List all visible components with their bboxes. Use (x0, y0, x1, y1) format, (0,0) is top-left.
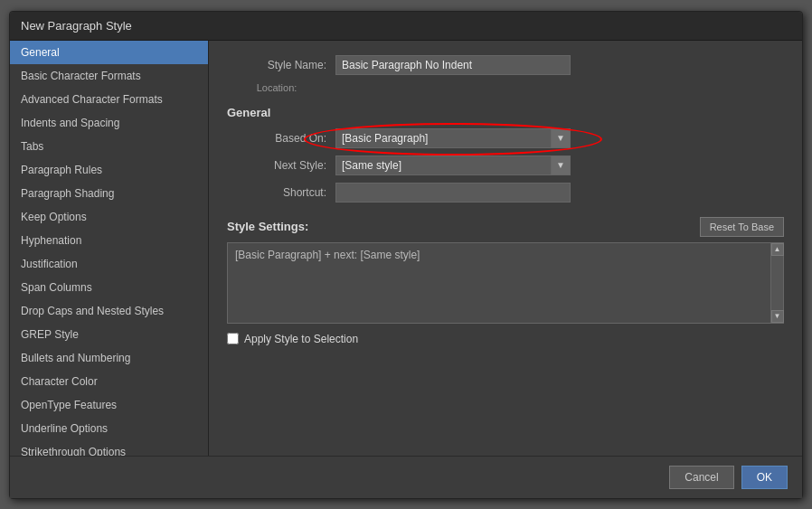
dialog-title-bar: New Paragraph Style (10, 12, 802, 41)
ok-button[interactable]: OK (741, 466, 788, 489)
apply-style-row: Apply Style to Selection (227, 333, 784, 345)
sidebar-item-indents-and-spacing[interactable]: Indents and Spacing (10, 111, 208, 135)
shortcut-input[interactable] (335, 183, 571, 203)
location-row: Location: (227, 82, 784, 93)
style-name-label: Style Name: (227, 59, 326, 71)
sidebar-item-hyphenation[interactable]: Hyphenation (10, 229, 208, 252)
style-settings-box: [Basic Paragraph] + next: [Same style] ▲… (227, 242, 784, 324)
shortcut-row: Shortcut: (227, 183, 784, 203)
sidebar-item-justification[interactable]: Justification (10, 252, 208, 276)
sidebar-item-paragraph-rules[interactable]: Paragraph Rules (10, 158, 208, 182)
sidebar-item-span-columns[interactable]: Span Columns (10, 276, 208, 299)
sidebar-item-grep-style[interactable]: GREP Style (10, 323, 208, 346)
cancel-button[interactable]: Cancel (669, 466, 733, 489)
style-settings-header: Style Settings: Reset To Base (227, 217, 784, 237)
sidebar-item-tabs[interactable]: Tabs (10, 135, 208, 158)
next-style-row: Next Style: [Same style] [Basic Paragrap… (227, 156, 784, 175)
based-on-select[interactable]: [Basic Paragraph] [No Paragraph Style] N… (335, 128, 571, 148)
sidebar-item-basic-character-formats[interactable]: Basic Character Formats (10, 64, 208, 88)
apply-style-checkbox[interactable] (227, 333, 239, 344)
sidebar-item-drop-caps-and-nested-styles[interactable]: Drop Caps and Nested Styles (10, 299, 208, 323)
apply-style-label: Apply Style to Selection (244, 333, 358, 345)
next-style-label: Next Style: (227, 159, 326, 172)
next-style-dropdown-wrap: [Same style] [Basic Paragraph] Normal ▼ (335, 156, 571, 175)
reset-to-base-button[interactable]: Reset To Base (700, 217, 784, 237)
style-settings-content: [Basic Paragraph] + next: [Same style] (235, 249, 420, 261)
new-paragraph-style-dialog: New Paragraph Style GeneralBasic Charact… (9, 11, 803, 499)
sidebar-item-paragraph-shading[interactable]: Paragraph Shading (10, 182, 208, 205)
sidebar: GeneralBasic Character FormatsAdvanced C… (10, 41, 209, 456)
style-settings-title: Style Settings: (227, 220, 308, 233)
sidebar-item-character-color[interactable]: Character Color (10, 370, 208, 393)
sidebar-item-strikethrough-options[interactable]: Strikethrough Options (10, 440, 208, 456)
style-name-input[interactable] (335, 55, 571, 75)
style-settings-scrollbar: ▲ ▼ (770, 243, 783, 323)
dialog-footer: Cancel OK (10, 456, 802, 498)
sidebar-item-keep-options[interactable]: Keep Options (10, 205, 208, 229)
sidebar-item-advanced-character-formats[interactable]: Advanced Character Formats (10, 88, 208, 111)
scrollbar-down-button[interactable]: ▼ (771, 310, 784, 323)
sidebar-item-opentype-features[interactable]: OpenType Features (10, 393, 208, 417)
next-style-select[interactable]: [Same style] [Basic Paragraph] Normal (335, 156, 571, 175)
based-on-label: Based On: (227, 132, 326, 145)
sidebar-item-bullets-and-numbering[interactable]: Bullets and Numbering (10, 346, 208, 370)
location-label: Location: (227, 82, 326, 93)
scrollbar-up-button[interactable]: ▲ (771, 243, 784, 256)
sidebar-item-underline-options[interactable]: Underline Options (10, 417, 208, 440)
general-section-title: General (227, 106, 784, 119)
based-on-dropdown-wrap: [Basic Paragraph] [No Paragraph Style] N… (335, 128, 571, 148)
main-content: Style Name: Location: General Based On: … (209, 41, 802, 456)
dialog-body: GeneralBasic Character FormatsAdvanced C… (10, 41, 802, 456)
shortcut-label: Shortcut: (227, 186, 326, 199)
based-on-row: Based On: [Basic Paragraph] [No Paragrap… (227, 128, 784, 148)
dialog-title: New Paragraph Style (21, 19, 132, 33)
style-name-row: Style Name: (227, 55, 784, 75)
sidebar-item-general[interactable]: General (10, 41, 208, 64)
